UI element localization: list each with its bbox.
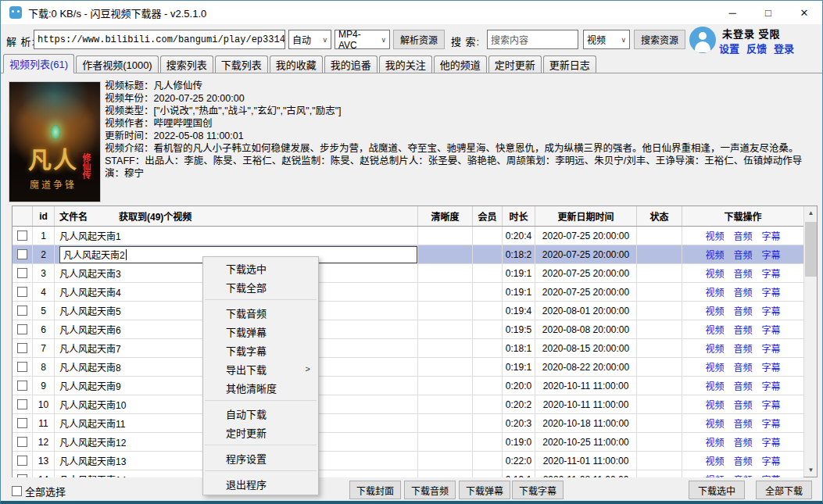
download-video-link[interactable]: 视频 (705, 473, 724, 477)
download-subtitle-link[interactable]: 字幕 (762, 304, 781, 317)
table-row[interactable]: 3 凡人风起天南3 0:19:1 2020-07-25 20:00:00 视频音… (13, 264, 803, 283)
download-subtitle-link[interactable]: 字幕 (762, 248, 781, 261)
download-audio-link[interactable]: 音频 (733, 435, 752, 449)
row-checkbox[interactable] (17, 474, 27, 477)
download-subtitle-link[interactable]: 字幕 (762, 229, 781, 242)
titlebar[interactable]: 下载:0 KB/s - 闪豆视频下载器 - v2.5.1.0 ─ □ ✕ (1, 1, 822, 24)
table-row[interactable]: 14 凡人风起天南14 0:19:1 2020-11-08 11:00:00 视… (13, 470, 803, 477)
download-video-link[interactable]: 视频 (705, 379, 724, 392)
tab-他的频道[interactable]: 他的频道 (434, 55, 487, 73)
menu-item-下载全部[interactable]: 下载全部 (203, 277, 318, 296)
bottom-button-下载选中[interactable]: 下载选中 (689, 481, 745, 499)
download-audio-link[interactable]: 音频 (733, 473, 752, 477)
download-video-link[interactable]: 视频 (705, 229, 724, 242)
parse-resource-button[interactable]: 解析资源 (393, 30, 445, 49)
maximize-button[interactable]: □ (750, 1, 786, 24)
user-avatar[interactable] (689, 27, 716, 53)
download-video-link[interactable]: 视频 (705, 341, 724, 355)
download-audio-link[interactable]: 音频 (733, 229, 752, 242)
table-row[interactable]: 10 凡人风起天南10 0:20:2 2020-10-11 11:00:00 视… (13, 395, 803, 414)
header-duration[interactable]: 时长 (503, 206, 535, 226)
menu-item-其他清晰度[interactable]: 其他清晰度 (203, 378, 318, 397)
download-audio-link[interactable]: 音频 (733, 341, 752, 355)
bottom-button-下载封面[interactable]: 下载封面 (349, 481, 401, 499)
table-row[interactable]: 12 凡人风起天南12 0:19:0 2020-10-25 11:00:00 视… (13, 433, 803, 452)
download-audio-link[interactable]: 音频 (733, 285, 752, 298)
bottom-button-下载弹幕[interactable]: 下载弹幕 (459, 481, 510, 499)
download-subtitle-link[interactable]: 字幕 (762, 435, 781, 449)
download-video-link[interactable]: 视频 (705, 266, 724, 280)
tab-搜索列表[interactable]: 搜索列表 (160, 55, 213, 73)
row-checkbox[interactable] (17, 381, 27, 391)
tab-视频列表(61)[interactable]: 视频列表(61) (3, 54, 74, 73)
menu-item-自动下载[interactable]: 自动下载 (203, 404, 318, 423)
row-checkbox[interactable] (17, 249, 27, 259)
header-vip[interactable]: 会员 (473, 206, 503, 226)
download-subtitle-link[interactable]: 字幕 (762, 379, 781, 392)
menu-item-下载字幕[interactable]: 下载字幕 (203, 341, 318, 359)
scrollbar-thumb[interactable] (805, 222, 817, 277)
search-resource-button[interactable]: 搜索资源 (634, 30, 685, 49)
menu-item-导出下载[interactable]: 导出下载> (203, 359, 318, 378)
download-subtitle-link[interactable]: 字幕 (762, 323, 781, 336)
row-checkbox[interactable] (17, 324, 27, 334)
select-all-checkbox[interactable] (12, 486, 22, 496)
quality-select[interactable]: 自动 ∨ (288, 30, 331, 49)
tab-下载列表[interactable]: 下载列表 (215, 55, 268, 73)
table-row[interactable]: 1 凡人风起天南1 0:20:4 2020-07-25 20:00:00 视频音… (13, 227, 803, 245)
download-video-link[interactable]: 视频 (705, 360, 724, 374)
table-row[interactable]: 5 凡人风起天南5 0:19:4 2020-08-01 20:00:00 视频音… (13, 302, 803, 320)
download-video-link[interactable]: 视频 (705, 285, 724, 298)
search-type-select[interactable]: 视频 ∨ (583, 30, 630, 49)
tab-更新日志[interactable]: 更新日志 (543, 55, 596, 73)
menu-item-程序设置[interactable]: 程序设置 (203, 449, 318, 467)
table-row[interactable]: 4 凡人风起天南4 0:19:1 2020-07-25 20:00:00 视频音… (13, 283, 803, 302)
row-checkbox[interactable] (17, 418, 27, 428)
table-row[interactable]: 11 凡人风起天南11 0:20:3 2020-10-18 11:00:00 视… (13, 414, 803, 433)
download-audio-link[interactable]: 音频 (733, 454, 752, 467)
tab-我的追番[interactable]: 我的追番 (324, 55, 378, 73)
vertical-scrollbar[interactable]: ▲ ▼ (803, 206, 817, 477)
row-checkbox[interactable] (17, 399, 27, 409)
row-checkbox[interactable] (17, 268, 27, 278)
header-status[interactable]: 状态 (637, 206, 682, 226)
download-audio-link[interactable]: 音频 (733, 266, 752, 280)
table-row[interactable]: 8 凡人风起天南8 0:19:1 2020-08-22 20:00:00 视频音… (13, 358, 803, 377)
minimize-button[interactable]: ─ (714, 1, 750, 24)
row-checkbox[interactable] (17, 362, 27, 372)
download-video-link[interactable]: 视频 (705, 248, 724, 261)
bottom-button-全部下载[interactable]: 全部下载 (756, 481, 812, 499)
table-row[interactable]: 9 凡人风起天南9 0:20:0 2020-10-11 11:00:00 视频音… (13, 377, 803, 395)
header-quality[interactable]: 清晰度 (418, 206, 473, 226)
download-video-link[interactable]: 视频 (705, 398, 724, 411)
download-audio-link[interactable]: 音频 (733, 304, 752, 317)
tab-定时更新[interactable]: 定时更新 (488, 55, 542, 73)
download-audio-link[interactable]: 音频 (733, 416, 752, 430)
row-filename[interactable]: 凡人风起天南1 (55, 227, 418, 245)
download-subtitle-link[interactable]: 字幕 (762, 398, 781, 411)
menu-item-退出程序[interactable]: 退出程序 (203, 474, 318, 493)
tab-我的关注[interactable]: 我的关注 (379, 55, 432, 73)
menu-item-下载选中[interactable]: 下载选中 (203, 259, 318, 277)
menu-item-定时更新[interactable]: 定时更新 (203, 423, 318, 441)
download-subtitle-link[interactable]: 字幕 (762, 360, 781, 374)
download-audio-link[interactable]: 音频 (733, 379, 752, 392)
tab-作者视频(1000)[interactable]: 作者视频(1000) (76, 55, 159, 73)
download-subtitle-link[interactable]: 字幕 (762, 285, 781, 298)
row-checkbox[interactable] (17, 306, 27, 316)
menu-item-下载弹幕[interactable]: 下载弹幕 (203, 322, 318, 341)
table-row[interactable]: 6 凡人风起天南6 0:19:5 2020-08-08 20:00:00 视频音… (13, 320, 803, 339)
close-button[interactable]: ✕ (786, 1, 822, 24)
menu-item-下载音频[interactable]: 下载音频 (203, 303, 318, 322)
download-video-link[interactable]: 视频 (705, 323, 724, 336)
scroll-up-icon[interactable]: ▲ (804, 206, 818, 220)
header-updated[interactable]: 更新日期时间 (535, 206, 637, 226)
download-video-link[interactable]: 视频 (705, 416, 724, 430)
scroll-down-icon[interactable]: ▼ (804, 463, 818, 477)
download-audio-link[interactable]: 音频 (733, 248, 752, 261)
row-checkbox[interactable] (17, 343, 27, 353)
search-input[interactable]: 搜索内容 (487, 30, 578, 49)
table-row[interactable]: 7 凡人风起天南7 0:18:1 2020-08-15 20:00:00 视频音… (13, 339, 803, 358)
header-id[interactable]: id (33, 206, 55, 226)
download-audio-link[interactable]: 音频 (733, 360, 752, 374)
